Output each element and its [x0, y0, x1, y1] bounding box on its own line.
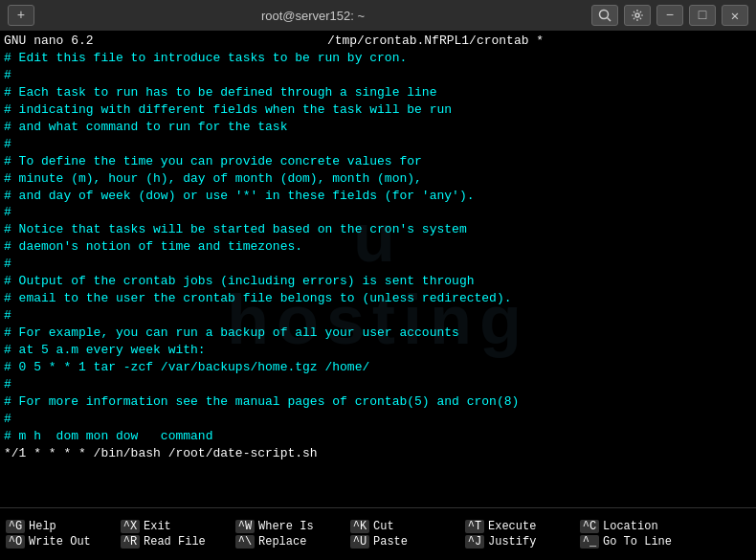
editor-line: # — [4, 307, 752, 325]
editor-line: # at 5 a.m every week with: — [4, 342, 752, 359]
editor-line: # 0 5 * * 1 tar -zcf /var/backups/home.t… — [4, 359, 752, 376]
editor-line: # To define the time you can provide con… — [4, 153, 752, 170]
nano-version: GNU nano 6.2 — [4, 34, 119, 48]
editor-line: # daemon's notion of time and timezones. — [4, 238, 752, 256]
shortcut-label: Replace — [258, 535, 306, 549]
title-bar: + root@server152: ~ − □ ✕ — [0, 0, 756, 31]
editor-line: */1 * * * * /bin/bash /root/date-script.… — [4, 445, 752, 462]
maximize-button[interactable]: □ — [689, 5, 716, 26]
svg-point-0 — [600, 11, 609, 19]
shortcut-key[interactable]: ^K — [350, 520, 369, 533]
shortcut-row: ^OWrite Out — [6, 535, 109, 549]
editor-line: # minute (m), hour (h), day of month (do… — [4, 170, 752, 188]
editor-line: # — [4, 67, 752, 84]
shortcut-key[interactable]: ^J — [465, 535, 484, 549]
shortcut-label: Exit — [144, 520, 171, 533]
editor-line: # email to the user the crontab file bel… — [4, 290, 752, 307]
shortcut-label: Location — [603, 520, 658, 533]
shortcut-label: Go To Line — [603, 535, 672, 549]
editor-line: # Each task to run has to be defined thr… — [4, 84, 752, 101]
editor-wrapper: u hosting # Edit this file to introduce … — [0, 50, 756, 507]
shortcut-row: ^WWhere Is — [235, 520, 339, 533]
nano-filename: /tmp/crontab.NfRPL1/crontab * — [119, 34, 752, 48]
editor-line: # For more information see the manual pa… — [4, 393, 752, 411]
shortcut-key[interactable]: ^U — [350, 535, 369, 549]
shortcut-label: Write Out — [29, 535, 91, 549]
title-bar-right: − □ ✕ — [591, 5, 748, 26]
shortcut-row: ^CLocation — [580, 520, 683, 533]
shortcut-row: ^RRead File — [121, 535, 224, 549]
shortcut-key[interactable]: ^X — [121, 520, 140, 533]
shortcut-label: Paste — [373, 535, 408, 549]
bottom-bar: ^GHelp^OWrite Out^XExit^RRead File^WWher… — [0, 507, 756, 560]
editor-line: # — [4, 136, 752, 153]
shortcut-label: Execute — [488, 520, 536, 533]
editor-area[interactable]: # Edit this file to introduce tasks to b… — [0, 50, 756, 507]
editor-line: # — [4, 256, 752, 273]
shortcut-key[interactable]: ^G — [6, 520, 25, 533]
svg-point-2 — [635, 13, 639, 17]
editor-line: # Edit this file to introduce tasks to b… — [4, 50, 752, 67]
new-tab-button[interactable]: + — [8, 5, 34, 26]
search-icon — [598, 9, 611, 22]
shortcut-key[interactable]: ^\ — [235, 535, 255, 549]
shortcut-key[interactable]: ^R — [121, 535, 140, 549]
shortcut-group: ^GHelp^OWrite Out — [0, 508, 115, 560]
shortcut-row: ^TExecute — [465, 520, 568, 533]
editor-line: # indicating with different fields when … — [4, 101, 752, 119]
shortcut-row: ^GHelp — [6, 520, 109, 533]
editor-line: # — [4, 204, 752, 221]
svg-line-1 — [608, 18, 611, 22]
editor-line: # m h dom mon dow command — [4, 428, 752, 445]
shortcut-row: ^KCut — [350, 520, 454, 533]
settings-icon — [631, 9, 644, 22]
shortcut-row: ^\Replace — [235, 535, 339, 549]
shortcut-row: ^_Go To Line — [580, 535, 683, 549]
shortcut-group: ^WWhere Is^\Replace — [230, 508, 345, 560]
editor-line: # — [4, 376, 752, 393]
editor-line: # Output of the crontab jobs (including … — [4, 273, 752, 290]
shortcut-key[interactable]: ^T — [465, 520, 484, 533]
shortcut-group: ^TExecute^JJustify — [459, 508, 574, 560]
editor-line: # — [4, 411, 752, 428]
shortcut-label: Read File — [144, 535, 206, 549]
shortcut-key[interactable]: ^W — [235, 520, 255, 533]
editor-line: # and what command to run for the task — [4, 119, 752, 136]
search-button[interactable] — [591, 5, 618, 26]
shortcut-row: ^XExit — [121, 520, 224, 533]
shortcut-key[interactable]: ^_ — [580, 535, 599, 549]
shortcut-label: Justify — [488, 535, 536, 549]
settings-button[interactable] — [624, 5, 651, 26]
shortcut-key[interactable]: ^C — [580, 520, 599, 533]
shortcut-label: Help — [29, 520, 56, 533]
editor-line: # and day of week (dow) or use '*' in th… — [4, 188, 752, 205]
shortcut-group: ^KCut^UPaste — [345, 508, 459, 560]
title-bar-left: + — [8, 5, 34, 26]
minimize-button[interactable]: − — [656, 5, 683, 26]
shortcut-label: Cut — [373, 520, 394, 533]
shortcut-label: Where Is — [258, 520, 314, 533]
nano-header-bar: GNU nano 6.2 /tmp/crontab.NfRPL1/crontab… — [0, 31, 756, 50]
editor-line: # Notice that tasks will be started base… — [4, 221, 752, 238]
shortcut-group: ^XExit^RRead File — [115, 508, 230, 560]
shortcut-row: ^UPaste — [350, 535, 454, 549]
window-title: root@server152: ~ — [34, 9, 591, 23]
shortcut-key[interactable]: ^O — [6, 535, 25, 549]
shortcut-row: ^JJustify — [465, 535, 568, 549]
shortcut-group: ^CLocation^_Go To Line — [574, 508, 689, 560]
close-button[interactable]: ✕ — [722, 5, 748, 26]
editor-line: # For example, you can run a backup of a… — [4, 325, 752, 342]
